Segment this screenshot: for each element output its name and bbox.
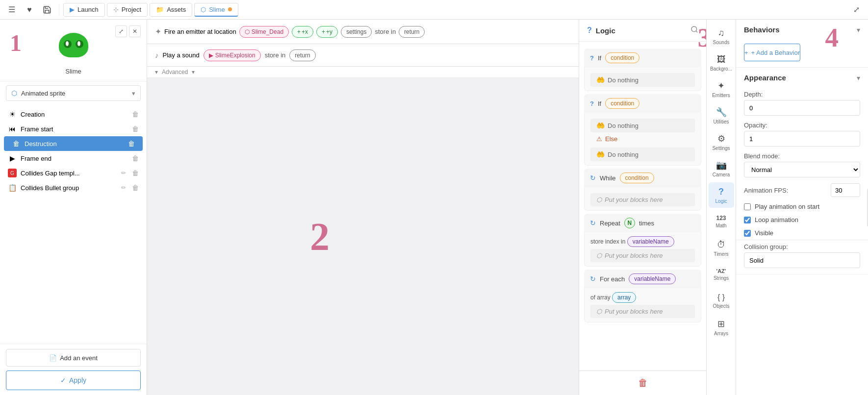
return-chip2[interactable]: return [289,49,315,61]
fire-emitter-text: Fire an emitter at location [164,28,236,35]
menu-icon[interactable]: ☰ [4,2,20,18]
sidebar-item-timers[interactable]: ⏱ Timers [709,235,734,261]
delete-frame-start-icon[interactable]: 🗑 [132,125,139,133]
event-item-destruction[interactable]: 🗑 Destruction 🗑 [4,136,143,151]
advanced-row[interactable]: ▾ Advanced ▾ [147,67,579,78]
settings-chip[interactable]: settings [341,26,372,38]
add-behavior-button[interactable]: + + Add a Behavior [744,44,800,61]
play-animation-label: Play animation on start [755,203,819,210]
delete-creation-icon[interactable]: 🗑 [132,110,139,118]
if-block-1[interactable]: ? If condition 🤲 Do nothing [584,49,701,91]
while-block[interactable]: ↻ While condition ⬡ Put your blocks here [584,169,701,211]
foreach-variable-chip[interactable]: variableName [629,273,676,284]
behaviors-header[interactable]: Behaviors ▾ [736,20,868,40]
sidebar-item-math[interactable]: 123 Math [709,209,734,234]
add-event-button[interactable]: 📄 Add an event [6,349,141,367]
event-label-destruction: Destruction [25,140,57,148]
delete-collides-gap-icon[interactable]: 🗑 [132,169,139,177]
slime-explosion-chip[interactable]: ▶ SlimeExplosion [204,49,261,61]
sidebar-item-sounds[interactable]: ♫ Sounds [709,24,734,49]
event-item-collides-bullet[interactable]: 📋 Collides Bullet group ✏ 🗑 [0,180,147,195]
blocks-placeholder-icon-1: ⬡ [596,196,602,203]
event-item-collides-gap[interactable]: G Collides Gap templ... ✏ 🗑 [0,166,147,180]
left-panel: 1 ⤢ ✕ Slime ⬡ Animated sprite ▾ [0,20,147,395]
sidebar-item-utilities[interactable]: 🔧 Utilities [709,103,734,128]
delete-collides-bullet-icon[interactable]: 🗑 [132,184,139,192]
delete-bar[interactable]: 🗑 [579,370,706,395]
play-animation-checkbox[interactable] [744,203,751,210]
fps-input[interactable] [831,183,860,197]
if-else-block[interactable]: ? If condition 🤲 Do nothing ⚠ Else 🤲 [584,94,701,166]
checkmark-icon: ✓ [60,376,66,384]
collision-section: Collision group: [736,240,868,274]
if-else-header: ? If condition [584,94,701,113]
opacity-row: Opacity: [736,119,868,149]
store-index-text: store index in variableName [590,236,695,247]
topbar: ☰ ♥ ▶ Launch ⊹ Project 📁 Assets ⬡ Slime … [0,0,868,20]
do-nothing-icon-2: 🤲 [596,122,605,129]
loop-animation-checkbox[interactable] [744,217,751,223]
launch-button[interactable]: ▶ Launch [63,3,105,17]
n-chip[interactable]: N [624,218,635,228]
close-icon[interactable]: ✕ [129,25,141,37]
slime-dead-chip[interactable]: ⬡ Slime_Dead [239,26,289,38]
appearance-title: Appearance [744,74,786,82]
strings-icon: 'AZ' [716,268,726,274]
opacity-input[interactable] [744,131,860,147]
expand-icon[interactable]: ⤢ [115,25,127,37]
repeat-block[interactable]: ↻ Repeat N times store index in variable… [584,214,701,267]
main-area: 1 ⤢ ✕ Slime ⬡ Animated sprite ▾ [0,20,868,395]
array-chip[interactable]: array [612,292,636,303]
x-chip[interactable]: + +x [292,26,313,38]
logic-sidebar-icon: ? [718,187,724,197]
store-in-text2: store in [265,51,286,59]
y-chip[interactable]: + +y [316,26,338,38]
blend-mode-select[interactable]: Normal Additive Multiply Screen [744,162,860,177]
do-nothing-1: 🤲 Do nothing [590,73,695,87]
event-item-frame-end[interactable]: ▶ Frame end 🗑 [0,151,147,166]
sidebar-item-strings[interactable]: 'AZ' Strings [709,262,734,287]
sidebar-item-logic[interactable]: ? Logic [709,182,734,208]
while-condition-chip[interactable]: condition [620,173,654,183]
slime-tab[interactable]: ⬡ Slime [194,3,238,17]
collision-group-row: Collision group: [736,240,868,274]
component-dropdown[interactable]: ⬡ Animated sprite ▾ [6,85,141,101]
delete-destruction-icon[interactable]: 🗑 [128,140,135,148]
math-label: Math [715,223,726,228]
sidebar-item-objects[interactable]: { } Objects [709,288,734,314]
delete-frame-end-icon[interactable]: 🗑 [132,154,139,162]
appearance-header[interactable]: Appearance ▾ [736,68,868,88]
condition-chip-2[interactable]: condition [605,98,639,109]
edit-collides-bullet-icon[interactable]: ✏ [121,184,126,191]
foreach-block[interactable]: ↻ For each variableName of array array ⬡… [584,270,701,322]
foreach-text: For each [600,275,625,283]
fullscreen-icon[interactable]: ⤢ [848,2,864,18]
visible-checkbox[interactable] [744,230,751,237]
sidebar-item-emitters[interactable]: ✦ Emitters [709,76,734,102]
sidebar-item-camera[interactable]: 📷 Camera [709,156,734,181]
assets-button[interactable]: 📁 Assets [150,3,192,17]
edit-collides-gap-icon[interactable]: ✏ [121,170,126,176]
apply-button[interactable]: ✓ Apply [6,370,141,390]
sidebar-item-settings[interactable]: ⚙ Settings [709,129,734,155]
variable-name-chip[interactable]: variableName [627,236,674,247]
search-icon[interactable] [690,25,698,35]
depth-input[interactable] [744,100,860,116]
project-button[interactable]: ⊹ Project [107,3,148,17]
preview-actions: ⤢ ✕ [115,25,141,37]
return-chip1[interactable]: return [399,26,425,38]
while-text: While [600,174,616,182]
svg-point-0 [691,26,697,32]
event-label-creation: Creation [21,111,45,118]
collision-group-input[interactable] [744,252,860,268]
sidebar-item-background[interactable]: 🖼 Backgro... [709,50,734,75]
condition-chip-1[interactable]: condition [605,52,639,63]
event-item-frame-start[interactable]: ⏮ Frame start 🗑 [0,122,147,136]
event-item-creation[interactable]: ☀ Creation 🗑 [0,107,147,122]
while-body: ⬡ Put your blocks here [584,187,701,211]
heart-icon[interactable]: ♥ [22,2,37,18]
save-icon[interactable] [39,2,55,18]
store-in-text1: store in [375,28,396,35]
object-preview: 1 ⤢ ✕ Slime [0,20,147,81]
sidebar-item-arrays[interactable]: ⊞ Arrays [709,315,734,340]
